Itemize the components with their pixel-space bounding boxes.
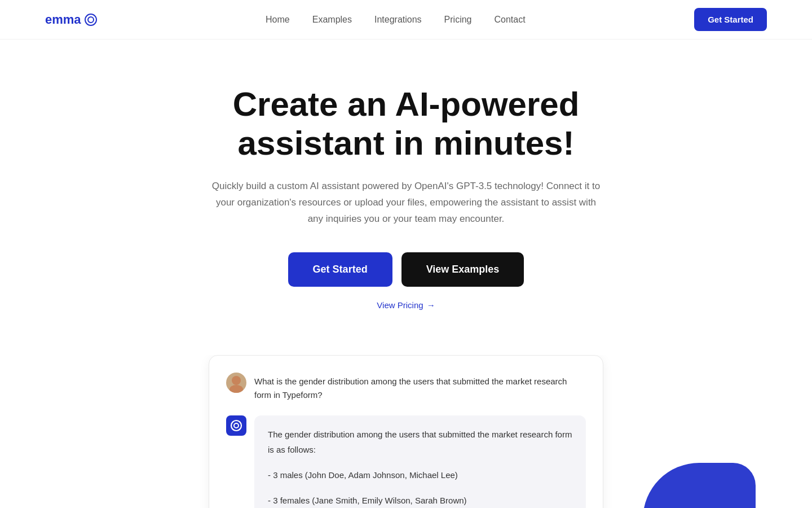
hero-section: Create an AI-powered assistant in minute… [0, 40, 812, 332]
ai-response-line-1: - 3 males (John Doe, Adam Johnson, Micha… [268, 467, 572, 483]
nav-links: Home Examples Integrations Pricing Conta… [266, 15, 526, 25]
view-pricing-link[interactable]: View Pricing → [377, 300, 435, 310]
hero-subtitle: Quickly build a custom AI assistant powe… [209, 178, 603, 227]
view-pricing-label: View Pricing [377, 300, 423, 310]
logo-icon [85, 14, 97, 26]
svg-point-0 [232, 376, 241, 385]
ai-message: The gender distribution among the users … [226, 415, 586, 508]
user-message: What is the gender distribution among th… [226, 373, 586, 402]
ai-response-bubble: The gender distribution among the users … [254, 415, 586, 508]
decorative-blob [643, 463, 756, 508]
user-message-text: What is the gender distribution among th… [254, 373, 586, 402]
logo-text: emma [45, 12, 81, 27]
user-avatar [226, 373, 246, 393]
navbar: emma Home Examples Integrations Pricing … [0, 0, 812, 40]
hero-title: Create an AI-powered assistant in minute… [180, 85, 632, 163]
chat-demo-wrapper: What is the gender distribution among th… [0, 355, 812, 508]
view-pricing-arrow: → [427, 300, 435, 310]
hero-get-started-button[interactable]: Get Started [288, 252, 392, 287]
chat-demo-container: What is the gender distribution among th… [209, 355, 603, 508]
logo[interactable]: emma [45, 12, 97, 27]
nav-integrations[interactable]: Integrations [374, 15, 422, 24]
svg-point-3 [234, 423, 239, 428]
hero-view-examples-button[interactable]: View Examples [401, 252, 524, 287]
ai-response-intro: The gender distribution among the users … [268, 427, 572, 457]
nav-home[interactable]: Home [266, 15, 290, 24]
ai-avatar [226, 415, 246, 436]
hero-buttons: Get Started View Examples [288, 252, 524, 287]
nav-contact[interactable]: Contact [495, 15, 526, 24]
nav-pricing[interactable]: Pricing [444, 15, 472, 24]
nav-examples[interactable]: Examples [312, 15, 352, 24]
nav-cta-button[interactable]: Get Started [694, 8, 767, 31]
svg-point-2 [231, 421, 241, 431]
ai-response-line-2: - 3 females (Jane Smith, Emily Wilson, S… [268, 493, 572, 508]
svg-point-1 [230, 385, 243, 393]
